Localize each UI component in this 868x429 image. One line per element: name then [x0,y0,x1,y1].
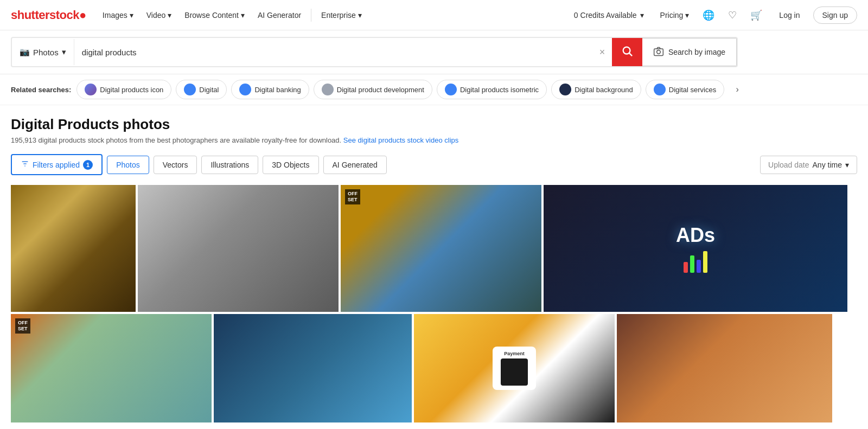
related-next-button[interactable]: › [730,82,745,97]
tag-icon-4 [445,84,457,95]
related-tag-4[interactable]: Digital products isometric [437,80,547,99]
image-card-3[interactable]: OFFSET [341,185,541,312]
tag-icon-2 [239,84,251,95]
logo[interactable]: shutterstock● [11,8,86,22]
dropdown-chevron-icon: ▾ [845,161,849,169]
tag-icon-1 [184,84,196,95]
search-input[interactable] [74,39,592,65]
dropdown-icon: ▾ [62,47,66,57]
filters-row: Filters applied 1 Photos Vectors Illustr… [11,154,857,175]
page-title: Digital Products photos [11,116,857,133]
related-tag-5[interactable]: Digital background [551,80,641,99]
related-tag-2[interactable]: Digital banking [231,80,309,99]
svg-point-3 [657,50,661,54]
cart-icon[interactable]: 🛒 [746,5,766,25]
clear-search-button[interactable]: × [592,42,612,62]
related-tag-3[interactable]: Digital product development [314,80,432,99]
tag-icon-3 [322,84,334,95]
tag-icon-0 [85,84,97,95]
nav-browse-content[interactable]: Browse Content ▾ [179,8,250,23]
main-nav: Images ▾ Video ▾ Browse Content ▾ AI Gen… [97,8,367,23]
nav-ai-generator[interactable]: AI Generator [252,8,307,23]
filter-icon [21,159,29,170]
credits-button[interactable]: 0 Credits Available ▾ [567,8,650,23]
related-tags-list: Digital products icon Digital Digital ba… [76,80,724,99]
related-searches-label: Related searches: [11,86,71,94]
favorites-icon[interactable]: ♡ [723,5,742,25]
filter-count-badge: 1 [83,160,93,170]
image-card-1[interactable] [11,185,136,312]
search-section: 📷 Photos ▾ × Search b [0,30,868,74]
related-tag-1[interactable]: Digital [176,80,227,99]
image-card-2[interactable] [138,185,339,312]
page-subtitle: 195,913 digital products stock photos fr… [11,136,857,144]
upload-date-selector[interactable]: Upload date Any time ▾ [760,156,857,174]
tag-icon-5 [559,84,571,95]
image-card-4[interactable]: ADs [544,185,847,312]
globe-icon[interactable]: 🌐 [699,5,718,25]
header: shutterstock● Images ▾ Video ▾ Browse Co… [0,0,868,30]
filter-illustrations-button[interactable]: Illustrations [201,156,258,174]
related-tag-0[interactable]: Digital products icon [76,80,171,99]
svg-point-0 [623,47,630,54]
search-bar: 📷 Photos ▾ × Search b [11,37,738,67]
camera-icon: 📷 [20,47,30,57]
signup-button[interactable]: Sign up [813,7,857,24]
search-type-selector[interactable]: 📷 Photos ▾ [12,39,74,65]
login-button[interactable]: Log in [770,7,808,23]
nav-enterprise[interactable]: Enterprise ▾ [316,8,367,23]
nav-divider [311,9,311,22]
related-tag-6[interactable]: Digital services [646,80,724,99]
image-card-8[interactable] [617,314,832,422]
search-icon [621,45,633,60]
image-card-6[interactable] [214,314,412,422]
filters-left: Filters applied 1 Photos Vectors Illustr… [11,154,387,175]
nav-right: 0 Credits Available ▾ Pricing ▾ 🌐 ♡ 🛒 Lo… [567,5,857,25]
tag-icon-6 [654,84,666,95]
search-by-image-button[interactable]: Search by image [642,38,737,66]
filter-3d-button[interactable]: 3D Objects [263,156,318,174]
image-grid-row-2: OFFSET Payment [11,314,857,422]
image-grid-row-1: OFFSET ADs [11,185,857,312]
filter-photos-button[interactable]: Photos [107,156,149,174]
camera-outline-icon [653,46,664,59]
svg-line-1 [629,53,632,56]
search-button[interactable] [612,38,642,66]
image-card-5[interactable]: OFFSET [11,314,212,422]
pricing-button[interactable]: Pricing ▾ [655,8,695,23]
image-card-7[interactable]: Payment [414,314,615,422]
nav-images[interactable]: Images ▾ [97,8,139,23]
filter-vectors-button[interactable]: Vectors [154,156,197,174]
filters-applied-button[interactable]: Filters applied 1 [11,154,103,175]
content-area: Digital Products photos 195,913 digital … [0,105,868,422]
nav-video[interactable]: Video ▾ [141,8,177,23]
filter-ai-button[interactable]: AI Generated [323,156,387,174]
subtitle-link[interactable]: See digital products stock video clips [343,136,458,144]
related-searches: Related searches: Digital products icon … [0,74,868,105]
